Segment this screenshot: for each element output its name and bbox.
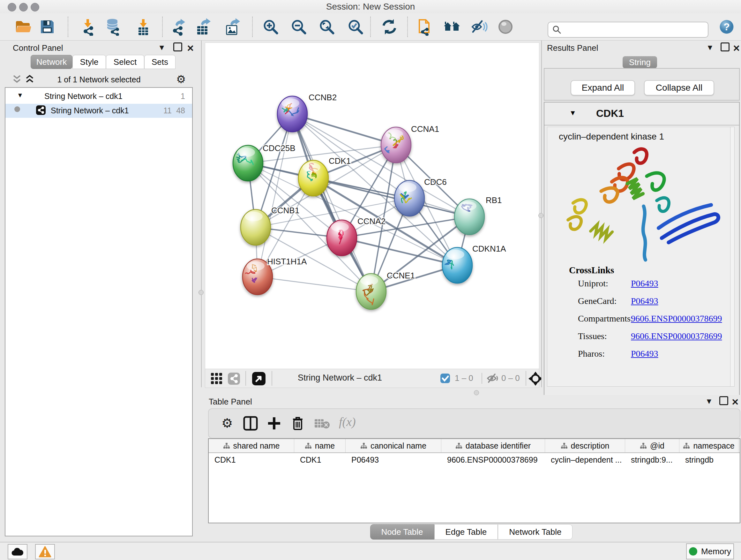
table-cell[interactable]: cyclin–dependent ... bbox=[545, 453, 625, 466]
search-input[interactable] bbox=[565, 23, 703, 36]
table-options-gear-icon[interactable]: ⚙ bbox=[221, 417, 233, 429]
network-canvas[interactable]: CCNB2CCNA1CDC25BCDK1CDC6RB1CCNB1CCNA2CDK… bbox=[205, 43, 539, 369]
zoom-fit-icon[interactable] bbox=[318, 18, 336, 36]
help-icon[interactable]: ? bbox=[719, 19, 735, 35]
section-expander-icon[interactable]: ▼ bbox=[569, 109, 576, 117]
left-splitter-handle[interactable] bbox=[199, 290, 204, 295]
table-cell[interactable]: 9606.ENSP00000378699 bbox=[441, 453, 545, 466]
birdseye-view-icon[interactable] bbox=[252, 372, 266, 386]
import-database-icon[interactable] bbox=[104, 18, 122, 36]
network-node-ccnb1[interactable] bbox=[241, 209, 271, 245]
selected-checkbox-icon[interactable] bbox=[440, 373, 450, 383]
network-node-cdc6[interactable] bbox=[394, 180, 424, 216]
export-network-icon[interactable] bbox=[169, 18, 187, 36]
node-table[interactable]: shared namenamecanonical namedatabase id… bbox=[208, 438, 740, 523]
column-header-name[interactable]: name bbox=[294, 439, 346, 452]
tab-edge-table[interactable]: Edge Table bbox=[434, 524, 498, 540]
network-options-gear-icon[interactable]: ⚙ bbox=[176, 74, 186, 84]
crosslink-link[interactable]: P06493 bbox=[631, 296, 658, 306]
delete-column-icon[interactable] bbox=[290, 415, 305, 431]
crosslink-link[interactable]: P06493 bbox=[631, 349, 658, 359]
tab-string[interactable]: String bbox=[623, 56, 657, 68]
table-panel-close-icon[interactable]: ✕ bbox=[731, 397, 739, 408]
table-row[interactable]: CDK1CDK1P064939606.ENSP00000378699cyclin… bbox=[209, 453, 740, 466]
warnings-button[interactable] bbox=[35, 544, 55, 559]
import-network-icon[interactable] bbox=[78, 18, 96, 36]
network-edge[interactable] bbox=[258, 114, 292, 277]
grid-view-icon[interactable] bbox=[210, 372, 223, 385]
network-edge[interactable] bbox=[258, 277, 371, 292]
results-panel-float-icon[interactable] bbox=[721, 43, 730, 51]
column-header--id[interactable]: @id bbox=[625, 439, 679, 452]
import-table-icon[interactable] bbox=[134, 18, 152, 36]
network-collection-row[interactable]: ▼ String Network – cdk1 1 bbox=[5, 90, 192, 103]
network-node-cdkn1a[interactable] bbox=[442, 247, 472, 283]
search-field[interactable] bbox=[548, 22, 709, 38]
expand-all-button[interactable]: Expand All bbox=[570, 80, 635, 96]
results-panel-collapse-icon[interactable]: ▼ bbox=[706, 43, 714, 52]
bottom-splitter-handle[interactable] bbox=[474, 390, 479, 395]
node-label-cdkn1a: CDKN1A bbox=[472, 244, 506, 253]
crosslink-link[interactable]: P06493 bbox=[631, 278, 658, 289]
export-image-icon[interactable] bbox=[223, 18, 241, 36]
control-panel-close-icon[interactable]: ✕ bbox=[187, 43, 194, 54]
zoom-selected-icon[interactable] bbox=[347, 18, 364, 36]
network-node-ccna2[interactable] bbox=[327, 220, 357, 256]
network-node-rb1[interactable] bbox=[455, 199, 484, 235]
network-row-selected[interactable]: String Network – cdk1 11 48 bbox=[5, 104, 192, 118]
control-panel-collapse-icon[interactable]: ▼ bbox=[158, 43, 165, 52]
node-section-header[interactable]: ▼ CDK1 bbox=[544, 103, 739, 125]
cloud-button[interactable] bbox=[8, 544, 27, 559]
network-node-cdk1[interactable] bbox=[298, 160, 328, 196]
table-cell[interactable]: stringdb:9... bbox=[625, 453, 679, 466]
tab-network-table[interactable]: Network Table bbox=[498, 524, 572, 540]
network-node-ccnb2[interactable] bbox=[277, 96, 307, 132]
update-icon[interactable] bbox=[381, 18, 398, 36]
network-node-ccna1[interactable] bbox=[381, 127, 411, 163]
tab-sets[interactable]: Sets bbox=[144, 55, 176, 69]
column-tree-icon bbox=[305, 442, 312, 449]
crosslink-link[interactable]: 9606.ENSP00000378699 bbox=[631, 314, 722, 324]
tab-select[interactable]: Select bbox=[106, 55, 144, 69]
control-panel-float-icon[interactable] bbox=[173, 43, 182, 51]
column-header-namespace[interactable]: namespace bbox=[679, 439, 738, 452]
hide-glass-effect-icon[interactable] bbox=[470, 18, 488, 36]
memory-button[interactable]: Memory bbox=[686, 543, 734, 559]
right-splitter-handle[interactable] bbox=[538, 213, 543, 218]
collapse-all-icon[interactable] bbox=[11, 74, 22, 84]
column-header-shared-name[interactable]: shared name bbox=[209, 439, 294, 452]
results-panel-close-icon[interactable]: ✕ bbox=[733, 43, 740, 54]
column-header-description[interactable]: description bbox=[545, 439, 625, 452]
zoom-in-icon[interactable] bbox=[262, 18, 280, 36]
collapse-all-button[interactable]: Collapse All bbox=[644, 80, 714, 96]
column-header-database-identifier[interactable]: database identifier bbox=[441, 439, 545, 452]
show-columns-icon[interactable] bbox=[243, 416, 258, 431]
save-session-icon[interactable] bbox=[38, 18, 56, 36]
string-document-icon[interactable] bbox=[415, 18, 433, 36]
zoom-out-icon[interactable] bbox=[290, 18, 308, 36]
results-scrollbar[interactable] bbox=[730, 127, 734, 386]
table-panel-float-icon[interactable] bbox=[719, 396, 728, 405]
expand-all-icon[interactable] bbox=[24, 74, 35, 84]
table-panel-collapse-icon[interactable]: ▼ bbox=[705, 397, 713, 406]
network-node-ccne1[interactable] bbox=[356, 273, 386, 309]
export-table-icon[interactable] bbox=[194, 18, 212, 36]
table-cell[interactable]: P06493 bbox=[346, 453, 441, 466]
crosslink-link[interactable]: 9606.ENSP00000378699 bbox=[631, 331, 722, 341]
add-column-icon[interactable] bbox=[267, 416, 281, 431]
tab-node-table[interactable]: Node Table bbox=[370, 524, 434, 540]
table-cell[interactable]: CDK1 bbox=[294, 453, 346, 466]
column-header-canonical-name[interactable]: canonical name bbox=[346, 439, 441, 452]
table-cell[interactable]: CDK1 bbox=[209, 453, 294, 466]
open-session-icon[interactable] bbox=[14, 18, 32, 36]
network-node-cdc25b[interactable] bbox=[233, 145, 263, 181]
fit-content-crosshair-icon[interactable] bbox=[528, 371, 543, 386]
table-cell[interactable]: stringdb bbox=[679, 453, 738, 466]
tab-style[interactable]: Style bbox=[72, 55, 106, 69]
home-icon[interactable] bbox=[443, 18, 461, 36]
protein-ribbon-stroke bbox=[573, 200, 586, 213]
network-edge[interactable] bbox=[292, 114, 396, 145]
share-view-icon[interactable] bbox=[227, 372, 240, 385]
collection-expander-icon[interactable]: ▼ bbox=[17, 91, 23, 99]
tab-network[interactable]: Network bbox=[30, 55, 72, 69]
